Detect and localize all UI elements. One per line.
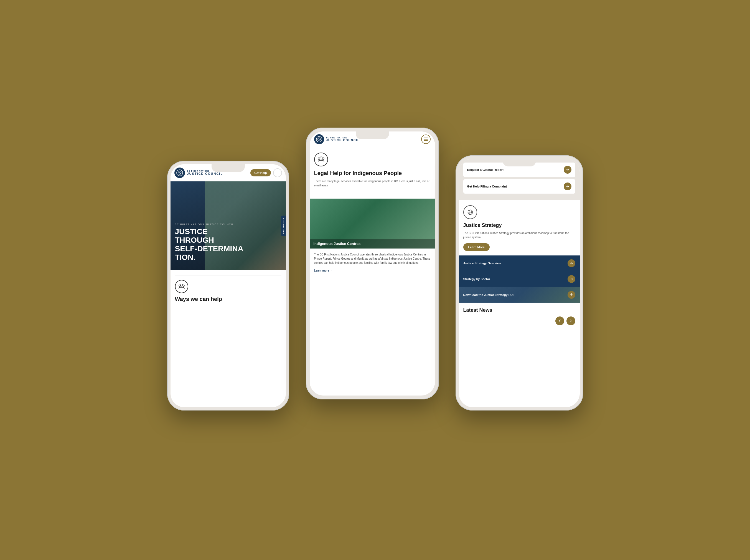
strategy-sector-arrow bbox=[568, 275, 575, 283]
svg-point-8 bbox=[318, 158, 320, 159]
mid-legal-help-section: Legal Help for Indigenous People There a… bbox=[310, 147, 435, 199]
strategy-overview-arrow bbox=[568, 259, 575, 267]
strategy-icon bbox=[463, 205, 477, 219]
strategy-overview-label: Justice Strategy Overview bbox=[463, 262, 501, 265]
complaint-label: Get Help Filing a Complaint bbox=[467, 185, 507, 188]
learn-more-link[interactable]: Learn more → bbox=[314, 269, 333, 272]
mid-image-card: Indigenous Justice Centres bbox=[310, 199, 435, 248]
left-hero: BC FIRST NATIONS JUSTICE COUNCIL JUSTICE… bbox=[170, 181, 286, 270]
left-logo-icon bbox=[175, 167, 185, 178]
strategy-body: The BC First Nations Justice Strategy pr… bbox=[463, 231, 575, 239]
phone-left-notch bbox=[211, 164, 245, 172]
phone-mid: BC FIRST NATIONS JUSTICE COUNCIL bbox=[306, 127, 439, 399]
mid-logo-area: BC FIRST NATIONS JUSTICE COUNCIL bbox=[314, 134, 360, 144]
mid-brand: BC FIRST NATIONS JUSTICE COUNCIL bbox=[326, 137, 360, 142]
news-next-button[interactable] bbox=[566, 317, 575, 325]
hero-title: JUSTICE THROUGH SELF-DETERMINA TION. bbox=[175, 227, 281, 262]
strategy-download-content: Download the Justice Strategy PDF bbox=[463, 291, 575, 299]
request-gladue-arrow bbox=[564, 166, 571, 174]
mid-logo-icon bbox=[314, 134, 324, 144]
left-bottom: Ways we can help bbox=[170, 270, 286, 307]
mid-section-title: Legal Help for Indigenous People bbox=[314, 170, 431, 176]
hero-sub-label: BC FIRST NATIONS JUSTICE COUNCIL bbox=[175, 223, 281, 226]
mid-section-2-body: The BC First Nations Justice Council ope… bbox=[314, 253, 431, 265]
svg-point-9 bbox=[322, 158, 324, 159]
mid-ijc-section: The BC First Nations Justice Council ope… bbox=[310, 248, 435, 277]
phone-left: BC FIRST NATIONS JUSTICE COUNCIL Get Hel… bbox=[167, 161, 289, 411]
phone-right: Request a Gladue Report Get Help Filing … bbox=[455, 155, 583, 411]
right-strategy-section: Justice Strategy The BC First Nations Ju… bbox=[459, 200, 580, 256]
side-tab-mission[interactable]: Our Mission bbox=[281, 216, 286, 236]
svg-point-2 bbox=[181, 284, 183, 286]
news-title: Latest News bbox=[463, 307, 575, 313]
mid-image-label: Indigenous Justice Centres bbox=[313, 242, 431, 246]
phone-right-notch bbox=[503, 159, 536, 166]
get-help-button[interactable]: Get Help bbox=[250, 169, 270, 176]
phone-left-inner: BC FIRST NATIONS JUSTICE COUNCIL Get Hel… bbox=[170, 164, 286, 407]
right-strategy-links: Justice Strategy Overview Strategy by Se… bbox=[459, 256, 580, 303]
phone-mid-notch bbox=[356, 132, 389, 139]
mid-brand-main: JUSTICE COUNCIL bbox=[326, 139, 360, 142]
hamburger-icon bbox=[424, 138, 428, 141]
complaint-arrow bbox=[564, 182, 571, 190]
mid-people-icon bbox=[314, 153, 328, 166]
strategy-sector-label: Strategy by Sector bbox=[463, 277, 490, 281]
strategy-overview-row[interactable]: Justice Strategy Overview bbox=[459, 256, 580, 271]
phone-mid-inner: BC FIRST NATIONS JUSTICE COUNCIL bbox=[310, 132, 435, 396]
phone-right-inner: Request a Gladue Report Get Help Filing … bbox=[459, 159, 580, 407]
mid-brand-sub: BC FIRST NATIONS bbox=[326, 137, 360, 139]
strategy-download-row[interactable]: Download the Justice Strategy PDF bbox=[459, 287, 580, 303]
ways-title: Ways we can help bbox=[175, 296, 281, 302]
strategy-learn-more-button[interactable]: Learn More bbox=[463, 243, 490, 251]
left-avatar-button[interactable] bbox=[273, 168, 282, 177]
strategy-sector-row[interactable]: Strategy by Sector bbox=[459, 271, 580, 287]
hero-text-block: BC FIRST NATIONS JUSTICE COUNCIL JUSTICE… bbox=[175, 223, 281, 262]
svg-point-7 bbox=[320, 157, 322, 159]
arrow-down-icon: ↓ bbox=[314, 190, 431, 194]
strategy-title: Justice Strategy bbox=[463, 222, 575, 228]
svg-point-4 bbox=[183, 285, 184, 286]
ways-icon bbox=[175, 280, 188, 293]
mid-image-overlay: Indigenous Justice Centres bbox=[310, 239, 435, 248]
strategy-download-label: Download the Justice Strategy PDF bbox=[463, 293, 514, 297]
news-nav bbox=[463, 317, 575, 325]
hamburger-button[interactable] bbox=[421, 135, 431, 144]
right-news-section: Latest News bbox=[459, 303, 580, 329]
strategy-download-icon bbox=[568, 291, 575, 299]
news-prev-button[interactable] bbox=[555, 317, 564, 325]
left-brand-main: JUSTICE COUNCIL bbox=[187, 172, 248, 175]
svg-point-3 bbox=[179, 285, 181, 286]
request-gladue-label: Request a Gladue Report bbox=[467, 168, 504, 172]
complaint-row[interactable]: Get Help Filing a Complaint bbox=[463, 179, 575, 194]
scene: BC FIRST NATIONS JUSTICE COUNCIL Get Hel… bbox=[167, 127, 583, 433]
mid-section-body: There are many legal services available … bbox=[314, 179, 431, 187]
